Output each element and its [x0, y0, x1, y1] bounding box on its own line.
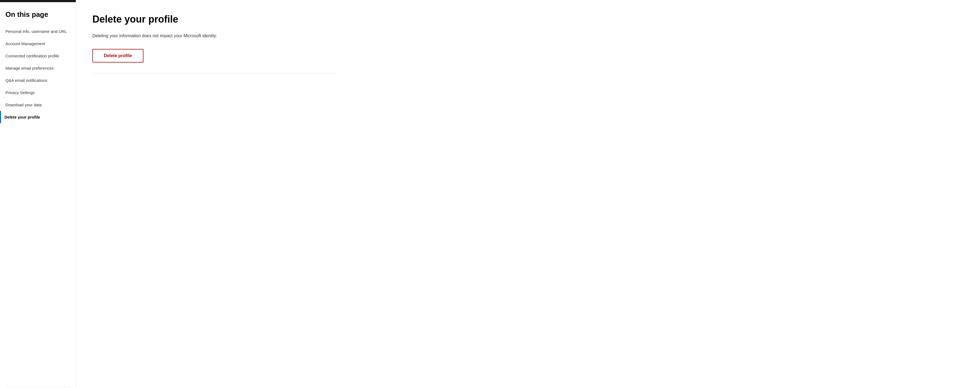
sidebar-item-qa-email[interactable]: Q&A email notifications [0, 74, 76, 86]
sidebar-item-manage-email[interactable]: Manage email preferences [0, 62, 76, 74]
sidebar-item-account-management[interactable]: Account Management [0, 38, 76, 50]
sidebar-item-privacy-settings[interactable]: Privacy Settings [0, 86, 76, 99]
sidebar: On this page Personal info, username and… [0, 0, 76, 388]
page-description: Deleting your information does not impac… [92, 33, 337, 39]
sidebar-item-connected-certification[interactable]: Connected certification profile [0, 50, 76, 62]
page-heading: Delete your profile [92, 14, 337, 25]
sidebar-item-download-data[interactable]: Download your data [0, 99, 76, 111]
sidebar-item-delete-profile[interactable]: Delete your profile [0, 111, 76, 123]
main-content: Delete your profile Deleting your inform… [76, 0, 980, 388]
delete-profile-button[interactable]: Delete profile [92, 49, 143, 62]
content-section: Delete your profile Deleting your inform… [92, 14, 337, 74]
sidebar-item-personal-info[interactable]: Personal info, username and URL [0, 25, 76, 38]
sidebar-nav: Personal info, username and URLAccount M… [0, 25, 76, 123]
sidebar-title: On this page [0, 8, 76, 25]
sidebar-top-bar [0, 0, 76, 2]
